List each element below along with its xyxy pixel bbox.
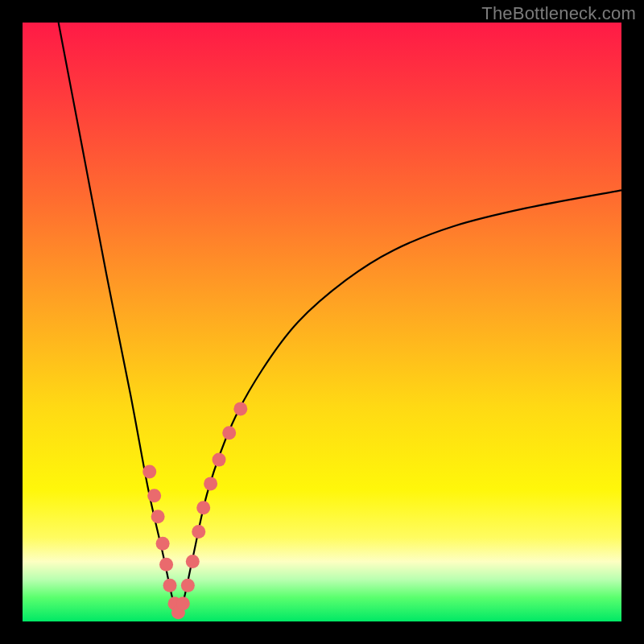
data-marker: [204, 477, 217, 490]
data-marker: [147, 489, 161, 502]
marker-group: [142, 402, 247, 619]
data-marker: [159, 558, 173, 572]
bottleneck-curve: [59, 23, 621, 613]
data-marker: [181, 579, 195, 592]
data-marker: [156, 537, 170, 551]
data-marker: [176, 597, 190, 610]
gradient-plot-area: [23, 23, 621, 621]
data-marker: [196, 501, 210, 514]
data-marker: [151, 510, 165, 523]
data-marker: [163, 579, 177, 592]
data-marker: [222, 426, 236, 440]
data-marker: [192, 525, 205, 539]
data-marker: [142, 465, 156, 479]
data-marker: [213, 453, 226, 467]
data-marker: [233, 402, 247, 415]
watermark-label: TheBottleneck.com: [481, 3, 636, 24]
data-marker: [186, 555, 200, 568]
plot-svg: [23, 23, 621, 621]
